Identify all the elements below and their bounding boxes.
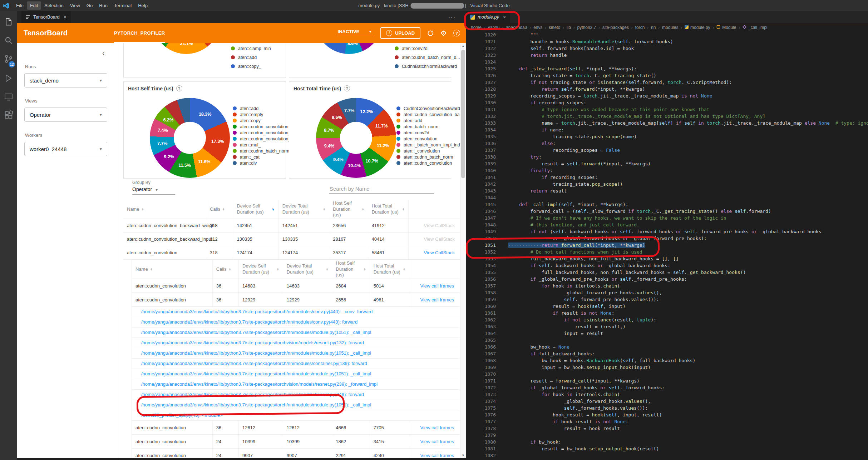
call-stack-link[interactable]: /home/yangu/anaconda3/envs/kineto/lib/py… bbox=[132, 307, 460, 317]
view-callstack-link[interactable]: View CallStack bbox=[424, 223, 454, 228]
call-stack-link[interactable]: /home/yangu/anaconda3/envs/kineto/lib/py… bbox=[132, 359, 460, 369]
class-symbol-icon bbox=[716, 25, 720, 30]
menu-view[interactable]: View bbox=[67, 1, 83, 10]
activity-bar: 12 bbox=[0, 11, 17, 460]
column-header[interactable]: Host Self Duration (us)▲▼ bbox=[329, 200, 368, 219]
call-stack-link[interactable]: /home/yangu/anaconda3/envs/kineto/lib/py… bbox=[132, 328, 460, 338]
menu-terminal[interactable]: Terminal bbox=[111, 1, 135, 10]
breadcrumb-item[interactable]: _call_impl bbox=[743, 25, 767, 30]
view-call-frames-link[interactable]: View call frames bbox=[420, 283, 454, 289]
menu-go[interactable]: Go bbox=[83, 1, 96, 10]
code-line-1049: 1049 if not (self._backward_hooks or sel… bbox=[466, 228, 868, 235]
extensions-icon[interactable] bbox=[4, 110, 14, 120]
tab-pytorch-profiler[interactable]: PYTORCH_PROFILER bbox=[114, 23, 165, 43]
views-select[interactable]: Operator▼ bbox=[24, 108, 107, 122]
breadcrumb-item[interactable]: torch bbox=[635, 25, 645, 30]
search-icon[interactable] bbox=[4, 35, 14, 45]
code-line-1064: 1064 input = result bbox=[466, 330, 868, 337]
settings-gear-icon[interactable]: ⚙ bbox=[440, 30, 447, 37]
code-line-1061: 1061 if result is not None: bbox=[466, 310, 868, 316]
legend-item: aten::convolution bbox=[396, 136, 465, 142]
tab-tensorboard[interactable]: TensorBoard × bbox=[21, 11, 71, 23]
status-dropdown[interactable]: INACTIVE▼ bbox=[337, 29, 374, 37]
editor-actions-icon[interactable]: ··· bbox=[448, 14, 456, 20]
pie-legend: aten::clamp_minaten::addaten::copy_ bbox=[231, 44, 271, 71]
legend-item: aten::cudnn_convolution_ba... bbox=[396, 111, 465, 118]
breadcrumb-item[interactable]: site-packages bbox=[602, 25, 629, 30]
breadcrumb-item[interactable]: kineto bbox=[549, 25, 560, 30]
callstack-sub-block: Name▲▼Calls▲▼Device Self Duration (us)▲▼… bbox=[132, 260, 460, 458]
breadcrumb-item[interactable]: python3.7 bbox=[577, 25, 596, 30]
breadcrumb-item[interactable]: modules bbox=[662, 25, 678, 30]
help-icon[interactable]: ? bbox=[176, 85, 182, 91]
code-line-1023: 1023 return handle bbox=[466, 52, 868, 59]
pie-legend: CudnnConvolutionBackwardaten::cudnn_conv… bbox=[396, 105, 465, 166]
scrollbar-thumb[interactable] bbox=[461, 50, 465, 178]
column-header[interactable]: Calls▲▼ bbox=[212, 260, 238, 279]
column-header[interactable]: Device Self Duration (us)▲▼ bbox=[238, 260, 283, 279]
code-line-1038: 1038 try: bbox=[466, 154, 868, 160]
call-stack-link[interactable]: /home/yangu/anaconda3/envs/kineto/lib/py… bbox=[132, 338, 460, 348]
view-call-frames-link[interactable]: View call frames bbox=[420, 297, 454, 302]
legend-item: aten::cudnn_batch_norm_b... bbox=[395, 53, 460, 62]
call-stack-link[interactable]: /home/yangu/anaconda3/envs/kineto/lib/py… bbox=[132, 317, 460, 328]
view-callstack-link[interactable]: View CallStack bbox=[424, 250, 454, 255]
table-row: aten::cudnn_convolution_backward_weight3… bbox=[123, 219, 460, 232]
view-call-frames-link[interactable]: View call frames bbox=[420, 425, 454, 430]
column-header[interactable]: Device Self Duration (us)▲▼ bbox=[233, 200, 278, 219]
breadcrumb-item[interactable]: lib bbox=[567, 25, 571, 30]
column-header[interactable]: Host Total Duration (us)▲▼ bbox=[370, 260, 409, 279]
chart-card-host-self-time: Host Self Time (us)? 18.3%17.3%11.6%11.5… bbox=[123, 81, 286, 179]
view-call-frames-link[interactable]: View call frames bbox=[420, 453, 454, 458]
workers-select[interactable]: worker0_24448▼ bbox=[24, 142, 107, 156]
run-debug-icon[interactable] bbox=[4, 73, 14, 83]
call-stack-link[interactable]: /home/yangu/anaconda3/envs/kineto/lib/py… bbox=[132, 379, 460, 390]
column-header[interactable]: Name▲▼ bbox=[132, 260, 212, 279]
column-header[interactable]: Host Self Duration (us)▲▼ bbox=[332, 260, 369, 279]
code-line-1068: 1068 bw_hook = hooks.BackwardHook(self, … bbox=[466, 357, 868, 364]
breadcrumb-item[interactable]: Module bbox=[716, 25, 736, 30]
scroll-down-icon[interactable]: ▼ bbox=[460, 452, 466, 458]
breadcrumb: home›yangu›anaconda3›envs›kineto›lib›pyt… bbox=[466, 23, 868, 31]
remote-explorer-icon[interactable] bbox=[4, 92, 14, 102]
code-line-1033: 1033 name = torch.jit._trace._trace_modu… bbox=[466, 120, 868, 126]
breadcrumb-item[interactable]: module.py bbox=[685, 25, 710, 30]
call-stack-link[interactable]: /home/yangu/anaconda3/envs/kineto/lib/py… bbox=[132, 369, 460, 379]
explorer-icon[interactable] bbox=[4, 17, 14, 27]
menu-help[interactable]: Help bbox=[135, 1, 151, 10]
breadcrumb-item[interactable]: envs bbox=[533, 25, 542, 30]
code-line-1042: 1042 tracing_state.pop_scope() bbox=[466, 181, 868, 188]
column-header[interactable]: Host Total Duration (us)▲▼ bbox=[368, 200, 408, 219]
close-icon[interactable]: × bbox=[64, 14, 66, 20]
column-header[interactable]: Device Total Duration (us)▲▼ bbox=[278, 200, 329, 219]
chart-title: Host Total Time (us)? bbox=[294, 85, 350, 91]
menu-run[interactable]: Run bbox=[96, 1, 111, 10]
code-line-1045: 1045 def _call_impl(self, *input, **kwar… bbox=[466, 201, 868, 208]
call-stack-link[interactable]: /home/yangu/anaconda3/envs/kineto/lib/py… bbox=[132, 348, 460, 359]
callstack-sub-table: Name▲▼Calls▲▼Device Self Duration (us)▲▼… bbox=[132, 260, 460, 307]
search-input[interactable] bbox=[329, 184, 434, 194]
pie-chart: 18.3%17.3%11.6%11.5%9.2%7.7%7.4%6.2% bbox=[150, 98, 230, 178]
runs-select[interactable]: stack_demo▼ bbox=[24, 73, 107, 88]
scroll-up-icon[interactable]: ▲ bbox=[460, 43, 466, 49]
menu-selection[interactable]: Selection bbox=[41, 1, 66, 10]
group-by-select[interactable]: Operator▼ bbox=[132, 186, 175, 195]
column-header[interactable]: Device Total Duration (us)▲▼ bbox=[283, 260, 332, 279]
tensorboard-tab-icon bbox=[26, 15, 31, 19]
code-line-1035: 1035 tracing_state.push_scope(name) bbox=[466, 133, 868, 140]
refresh-icon[interactable] bbox=[427, 30, 434, 37]
column-header[interactable]: Calls▲▼ bbox=[206, 200, 233, 219]
help-icon[interactable]: ? bbox=[453, 30, 460, 36]
code-line-1048: 1048 # this function, and just call forw… bbox=[466, 221, 868, 228]
menu-edit[interactable]: Edit bbox=[27, 1, 41, 10]
view-callstack-link[interactable]: View CallStack bbox=[424, 236, 454, 242]
help-icon[interactable]: ? bbox=[344, 85, 350, 91]
tensorboard-scrollbar[interactable]: ▲ ▼ bbox=[460, 43, 466, 458]
view-call-frames-link[interactable]: View call frames bbox=[420, 439, 454, 444]
menu-file[interactable]: File bbox=[13, 1, 27, 10]
upload-button[interactable]: iUPLOAD bbox=[380, 27, 420, 39]
collapse-sidebar-icon[interactable]: ‹ bbox=[102, 49, 105, 57]
breadcrumb-item[interactable]: nn bbox=[651, 25, 656, 30]
chart-card-host-total-time: Host Total Time (us)? 12.2%11.7%11.2%10.… bbox=[289, 81, 451, 179]
column-header[interactable]: Name▲▼ bbox=[123, 200, 206, 219]
